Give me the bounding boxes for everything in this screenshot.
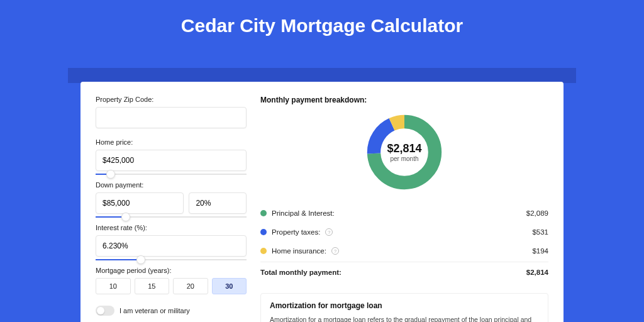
info-icon[interactable]: ? bbox=[331, 247, 339, 255]
down-payment-label: Down payment: bbox=[96, 181, 247, 189]
mortgage-period-field-group: Mortgage period (years): 10 15 20 30 bbox=[96, 267, 247, 294]
slider-handle[interactable] bbox=[106, 170, 115, 179]
down-payment-percent-input[interactable] bbox=[189, 192, 247, 214]
info-icon[interactable]: ? bbox=[325, 228, 333, 236]
mortgage-period-option-30[interactable]: 30 bbox=[212, 278, 247, 294]
swatch-icon bbox=[260, 248, 267, 254]
legend-row-principal: Principal & Interest: $2,089 bbox=[260, 204, 548, 223]
legend-label: Home insurance: bbox=[272, 247, 326, 255]
swatch-icon bbox=[260, 229, 267, 235]
breakdown-title: Monthly payment breakdown: bbox=[260, 96, 548, 104]
amortization-title: Amortization for mortgage loan bbox=[270, 301, 539, 310]
home-price-label: Home price: bbox=[96, 138, 247, 146]
interest-rate-input[interactable] bbox=[96, 235, 247, 257]
swatch-icon bbox=[260, 210, 267, 216]
mortgage-period-option-15[interactable]: 15 bbox=[135, 278, 170, 294]
total-value: $2,814 bbox=[526, 269, 548, 276]
legend-row-taxes: Property taxes: ? $531 bbox=[260, 223, 548, 242]
mortgage-period-option-10[interactable]: 10 bbox=[96, 278, 131, 294]
zip-field-group: Property Zip Code: bbox=[96, 96, 247, 128]
calculator-card: Property Zip Code: Home price: Down paym… bbox=[80, 82, 564, 322]
veteran-row: I am veteran or military bbox=[96, 306, 247, 316]
legend-label: Property taxes: bbox=[272, 228, 320, 236]
zip-input[interactable] bbox=[96, 107, 247, 128]
zip-label: Property Zip Code: bbox=[96, 96, 247, 103]
mortgage-period-options: 10 15 20 30 bbox=[96, 278, 247, 294]
form-panel: Property Zip Code: Home price: Down paym… bbox=[96, 96, 247, 322]
legend-value: $194 bbox=[532, 247, 548, 255]
mortgage-period-option-20[interactable]: 20 bbox=[173, 278, 208, 294]
down-payment-field-group: Down payment: bbox=[96, 181, 247, 214]
breakdown-panel: Monthly payment breakdown: $2,814 per mo… bbox=[260, 96, 548, 322]
toggle-knob bbox=[97, 307, 104, 314]
legend-label: Principal & Interest: bbox=[272, 209, 335, 217]
slider-handle[interactable] bbox=[136, 255, 145, 264]
total-label: Total monthly payment: bbox=[260, 269, 341, 276]
donut-chart: $2,814 per month bbox=[260, 112, 548, 192]
donut-sublabel: per month bbox=[390, 155, 418, 162]
home-price-input[interactable] bbox=[96, 150, 247, 171]
legend-value: $2,089 bbox=[526, 209, 548, 217]
interest-rate-label: Interest rate (%): bbox=[96, 224, 247, 231]
veteran-label: I am veteran or military bbox=[119, 307, 190, 314]
home-price-field-group: Home price: bbox=[96, 138, 247, 171]
donut-center: $2,814 per month bbox=[364, 112, 445, 192]
amortization-text: Amortization for a mortgage loan refers … bbox=[270, 315, 539, 322]
veteran-toggle[interactable] bbox=[96, 306, 114, 316]
legend-value: $531 bbox=[532, 228, 548, 236]
legend-row-insurance: Home insurance: ? $194 bbox=[260, 242, 548, 260]
donut-amount: $2,814 bbox=[387, 142, 421, 155]
page-title: Cedar City Mortgage Calculator bbox=[0, 0, 644, 48]
slider-handle[interactable] bbox=[121, 213, 130, 221]
header-band bbox=[68, 68, 576, 83]
interest-rate-field-group: Interest rate (%): bbox=[96, 224, 247, 257]
amortization-section: Amortization for mortgage loan Amortizat… bbox=[260, 293, 548, 322]
down-payment-amount-input[interactable] bbox=[96, 192, 184, 214]
legend-row-total: Total monthly payment: $2,814 bbox=[260, 262, 548, 282]
mortgage-period-label: Mortgage period (years): bbox=[96, 267, 247, 274]
